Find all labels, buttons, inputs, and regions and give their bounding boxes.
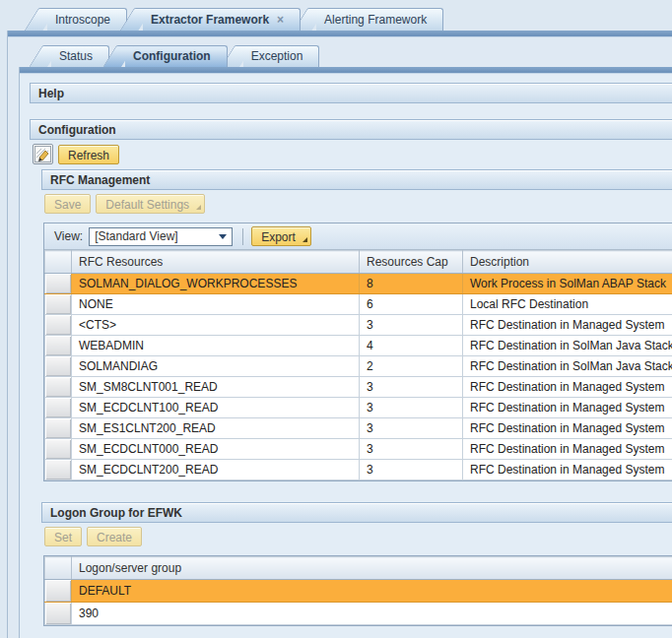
row-selector[interactable] bbox=[45, 439, 72, 460]
cell-resources-cap: 6 bbox=[360, 294, 463, 315]
table-view-toolbar: View: [Standard View] Export bbox=[44, 223, 672, 250]
tab-status[interactable]: Status bbox=[51, 45, 109, 67]
button-label: Export bbox=[261, 230, 296, 244]
row-selector[interactable] bbox=[45, 460, 72, 480]
cell-description: RFC Destination in Managed System bbox=[463, 315, 672, 336]
tab-configuration[interactable]: Configuration bbox=[125, 45, 228, 67]
column-header[interactable]: Resources Cap bbox=[360, 251, 463, 274]
cell-resources-cap: 3 bbox=[360, 460, 463, 480]
cell-rfc-resource: SM_ECDCLNT200_READ bbox=[72, 460, 360, 480]
rfc-table: RFC Resources Resources Cap Description … bbox=[44, 250, 672, 480]
logon-table: Logon/server group DEFAULT 390 bbox=[44, 556, 672, 625]
rfc-toolbar: Save Default Settings bbox=[41, 190, 672, 214]
table-row[interactable]: SM_ECDCLNT100_READ 3 RFC Destination in … bbox=[45, 398, 672, 418]
view-tabstrip: Status Configuration Exception bbox=[8, 37, 672, 67]
tab-exception[interactable]: Exception bbox=[243, 45, 320, 67]
menu-arrow-icon bbox=[302, 237, 307, 242]
cell-logon-group: DEFAULT bbox=[72, 580, 672, 603]
table-row[interactable]: SM_ECDCLNT200_READ 3 RFC Destination in … bbox=[45, 460, 672, 480]
table-row[interactable]: SOLMANDIAG 2 RFC Destination in SolMan J… bbox=[45, 356, 672, 377]
save-button[interactable]: Save bbox=[44, 194, 91, 214]
row-selector[interactable] bbox=[45, 377, 72, 398]
table-row[interactable]: DEFAULT bbox=[45, 580, 672, 603]
cell-description: RFC Destination in SolMan Java Stack bbox=[463, 336, 672, 356]
row-selector[interactable] bbox=[45, 398, 72, 418]
configuration-toolbar: Refresh bbox=[30, 140, 672, 164]
tab-alerting-framework[interactable]: Alerting Framework bbox=[316, 8, 443, 31]
tab-introscope[interactable]: Introscope bbox=[47, 8, 127, 31]
view-label: View: bbox=[54, 229, 83, 243]
logon-toolbar: Set Create bbox=[41, 523, 672, 546]
application-window: Introscope Extractor Framework× Alerting… bbox=[0, 0, 672, 638]
rfc-management-tray-header[interactable]: RFC Management bbox=[41, 169, 672, 190]
cell-description: RFC Destination in Managed System bbox=[463, 439, 672, 460]
tab-label: Extractor Framework bbox=[151, 13, 269, 27]
close-icon[interactable]: × bbox=[277, 9, 284, 31]
configuration-tray-header[interactable]: Configuration bbox=[30, 119, 672, 140]
create-button[interactable]: Create bbox=[87, 527, 142, 546]
row-selector-header bbox=[45, 557, 72, 580]
table-row[interactable]: SM_SM8CLNT001_READ 3 RFC Destination in … bbox=[45, 377, 672, 398]
default-settings-button[interactable]: Default Settings bbox=[96, 194, 205, 214]
column-header[interactable]: RFC Resources bbox=[72, 251, 360, 274]
row-selector[interactable] bbox=[45, 580, 72, 603]
table-row[interactable]: SM_ES1CLNT200_READ 3 RFC Destination in … bbox=[45, 418, 672, 439]
row-selector[interactable] bbox=[45, 356, 72, 377]
row-selector[interactable] bbox=[45, 274, 72, 294]
cell-resources-cap: 3 bbox=[360, 418, 463, 439]
cell-resources-cap: 3 bbox=[360, 315, 463, 336]
rfc-table-container: View: [Standard View] Export bbox=[43, 223, 672, 481]
configuration-panel: Help Configuration bbox=[19, 67, 672, 638]
help-tray-header[interactable]: Help bbox=[30, 83, 672, 103]
cell-resources-cap: 3 bbox=[360, 377, 463, 398]
tab-label: Introscope bbox=[55, 13, 110, 27]
tab-label: Status bbox=[59, 49, 93, 63]
row-selector[interactable] bbox=[45, 603, 72, 625]
cell-rfc-resource: <CTS> bbox=[72, 315, 360, 336]
column-header[interactable]: Logon/server group bbox=[72, 557, 672, 580]
cell-rfc-resource: WEBADMIN bbox=[72, 336, 360, 356]
cell-rfc-resource: SM_SM8CLNT001_READ bbox=[72, 377, 360, 398]
extractor-framework-panel: Status Configuration Exception Help Conf… bbox=[7, 31, 672, 638]
table-row[interactable]: <CTS> 3 RFC Destination in Managed Syste… bbox=[45, 315, 672, 336]
cell-resources-cap: 4 bbox=[360, 336, 463, 356]
table-row[interactable]: WEBADMIN 4 RFC Destination in SolMan Jav… bbox=[45, 336, 672, 356]
export-button[interactable]: Export bbox=[251, 226, 311, 246]
logon-group-title: Logon Group for EFWK bbox=[50, 506, 182, 520]
cell-description: RFC Destination in Managed System bbox=[463, 460, 672, 480]
cell-rfc-resource: SM_ECDCLNT000_READ bbox=[72, 439, 360, 460]
personalize-button[interactable] bbox=[33, 144, 53, 164]
menu-arrow-icon bbox=[196, 205, 201, 210]
cell-logon-group: 390 bbox=[72, 603, 672, 625]
tab-label: Alerting Framework bbox=[324, 13, 427, 27]
set-button[interactable]: Set bbox=[44, 527, 82, 546]
cell-description: RFC Destination in Managed System bbox=[463, 398, 672, 418]
refresh-button[interactable]: Refresh bbox=[58, 145, 119, 164]
cell-resources-cap: 8 bbox=[360, 274, 463, 294]
cell-rfc-resource: SOLMAN_DIALOG_WORKPROCESSES bbox=[72, 274, 360, 294]
cell-rfc-resource: SM_ES1CLNT200_READ bbox=[72, 418, 360, 439]
table-row[interactable]: 390 bbox=[45, 603, 672, 625]
row-selector[interactable] bbox=[45, 315, 72, 336]
row-selector[interactable] bbox=[45, 294, 72, 315]
table-row[interactable]: SOLMAN_DIALOG_WORKPROCESSES 8 Work Proce… bbox=[45, 274, 672, 294]
cell-rfc-resource: SM_ECDCLNT100_READ bbox=[72, 398, 360, 418]
cell-description: Local RFC Destination bbox=[463, 294, 672, 315]
tab-extractor-framework[interactable]: Extractor Framework× bbox=[143, 8, 301, 31]
logon-group-tray-header[interactable]: Logon Group for EFWK bbox=[41, 502, 672, 523]
configuration-tray-title: Configuration bbox=[38, 123, 116, 137]
table-header-row: Logon/server group bbox=[45, 557, 672, 580]
workcenter-tabstrip: Introscope Extractor Framework× Alerting… bbox=[0, 0, 672, 31]
table-row[interactable]: NONE 6 Local RFC Destination bbox=[45, 294, 672, 315]
cell-rfc-resource: SOLMANDIAG bbox=[72, 356, 360, 377]
chevron-down-icon bbox=[219, 234, 227, 239]
view-select-value: [Standard View] bbox=[95, 229, 178, 243]
view-select[interactable]: [Standard View] bbox=[89, 227, 233, 246]
row-selector[interactable] bbox=[45, 336, 72, 356]
table-row[interactable]: SM_ECDCLNT000_READ 3 RFC Destination in … bbox=[45, 439, 672, 460]
row-selector[interactable] bbox=[45, 418, 72, 439]
help-tray-title: Help bbox=[38, 87, 64, 100]
cell-description: Work Process in SolMan ABAP Stack bbox=[463, 274, 672, 294]
column-header[interactable]: Description bbox=[463, 251, 672, 274]
toolbar-separator bbox=[242, 228, 243, 245]
